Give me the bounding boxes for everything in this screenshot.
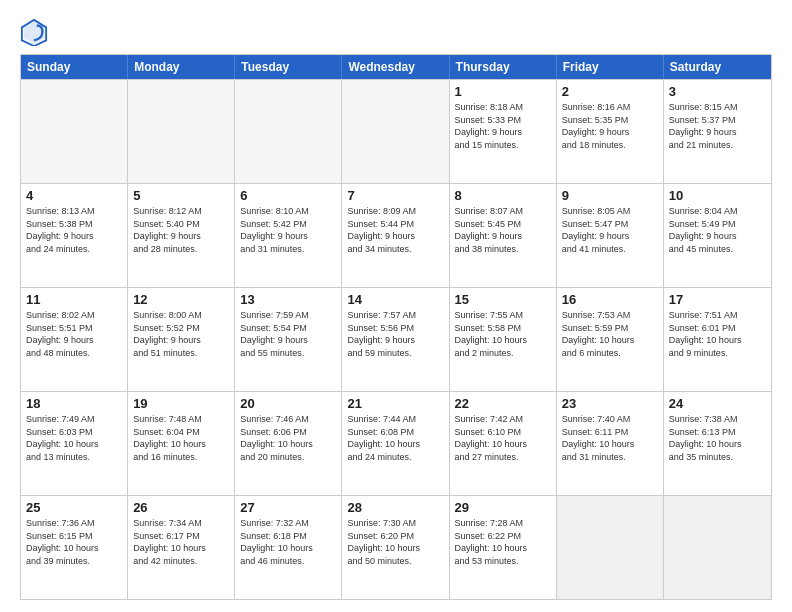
weekday-header: Friday <box>557 55 664 79</box>
logo <box>20 18 52 46</box>
calendar-cell <box>128 80 235 183</box>
day-number: 10 <box>669 188 766 203</box>
weekday-header: Saturday <box>664 55 771 79</box>
calendar-row: 4Sunrise: 8:13 AM Sunset: 5:38 PM Daylig… <box>21 183 771 287</box>
day-info: Sunrise: 7:59 AM Sunset: 5:54 PM Dayligh… <box>240 309 336 359</box>
calendar-cell: 23Sunrise: 7:40 AM Sunset: 6:11 PM Dayli… <box>557 392 664 495</box>
day-info: Sunrise: 7:46 AM Sunset: 6:06 PM Dayligh… <box>240 413 336 463</box>
calendar-cell: 25Sunrise: 7:36 AM Sunset: 6:15 PM Dayli… <box>21 496 128 599</box>
day-number: 7 <box>347 188 443 203</box>
calendar-cell: 18Sunrise: 7:49 AM Sunset: 6:03 PM Dayli… <box>21 392 128 495</box>
calendar-cell: 1Sunrise: 8:18 AM Sunset: 5:33 PM Daylig… <box>450 80 557 183</box>
calendar-cell: 14Sunrise: 7:57 AM Sunset: 5:56 PM Dayli… <box>342 288 449 391</box>
calendar-cell: 9Sunrise: 8:05 AM Sunset: 5:47 PM Daylig… <box>557 184 664 287</box>
calendar-cell: 10Sunrise: 8:04 AM Sunset: 5:49 PM Dayli… <box>664 184 771 287</box>
day-info: Sunrise: 7:49 AM Sunset: 6:03 PM Dayligh… <box>26 413 122 463</box>
day-number: 24 <box>669 396 766 411</box>
day-number: 28 <box>347 500 443 515</box>
day-info: Sunrise: 7:42 AM Sunset: 6:10 PM Dayligh… <box>455 413 551 463</box>
day-info: Sunrise: 7:34 AM Sunset: 6:17 PM Dayligh… <box>133 517 229 567</box>
day-info: Sunrise: 7:32 AM Sunset: 6:18 PM Dayligh… <box>240 517 336 567</box>
calendar-row: 18Sunrise: 7:49 AM Sunset: 6:03 PM Dayli… <box>21 391 771 495</box>
day-info: Sunrise: 7:38 AM Sunset: 6:13 PM Dayligh… <box>669 413 766 463</box>
day-info: Sunrise: 7:48 AM Sunset: 6:04 PM Dayligh… <box>133 413 229 463</box>
day-info: Sunrise: 7:51 AM Sunset: 6:01 PM Dayligh… <box>669 309 766 359</box>
day-info: Sunrise: 8:07 AM Sunset: 5:45 PM Dayligh… <box>455 205 551 255</box>
day-number: 12 <box>133 292 229 307</box>
calendar-cell: 21Sunrise: 7:44 AM Sunset: 6:08 PM Dayli… <box>342 392 449 495</box>
day-number: 17 <box>669 292 766 307</box>
day-number: 4 <box>26 188 122 203</box>
calendar-row: 1Sunrise: 8:18 AM Sunset: 5:33 PM Daylig… <box>21 79 771 183</box>
calendar-header: SundayMondayTuesdayWednesdayThursdayFrid… <box>21 55 771 79</box>
calendar-cell: 16Sunrise: 7:53 AM Sunset: 5:59 PM Dayli… <box>557 288 664 391</box>
day-info: Sunrise: 8:00 AM Sunset: 5:52 PM Dayligh… <box>133 309 229 359</box>
day-number: 8 <box>455 188 551 203</box>
calendar-cell <box>21 80 128 183</box>
weekday-header: Tuesday <box>235 55 342 79</box>
day-number: 27 <box>240 500 336 515</box>
day-number: 13 <box>240 292 336 307</box>
day-info: Sunrise: 8:04 AM Sunset: 5:49 PM Dayligh… <box>669 205 766 255</box>
calendar-row: 11Sunrise: 8:02 AM Sunset: 5:51 PM Dayli… <box>21 287 771 391</box>
day-number: 2 <box>562 84 658 99</box>
calendar-cell: 28Sunrise: 7:30 AM Sunset: 6:20 PM Dayli… <box>342 496 449 599</box>
day-number: 22 <box>455 396 551 411</box>
calendar-cell: 13Sunrise: 7:59 AM Sunset: 5:54 PM Dayli… <box>235 288 342 391</box>
day-number: 19 <box>133 396 229 411</box>
day-info: Sunrise: 8:13 AM Sunset: 5:38 PM Dayligh… <box>26 205 122 255</box>
day-number: 25 <box>26 500 122 515</box>
day-number: 1 <box>455 84 551 99</box>
day-info: Sunrise: 7:53 AM Sunset: 5:59 PM Dayligh… <box>562 309 658 359</box>
day-number: 18 <box>26 396 122 411</box>
day-info: Sunrise: 8:18 AM Sunset: 5:33 PM Dayligh… <box>455 101 551 151</box>
day-number: 14 <box>347 292 443 307</box>
calendar-cell <box>664 496 771 599</box>
calendar-cell: 8Sunrise: 8:07 AM Sunset: 5:45 PM Daylig… <box>450 184 557 287</box>
page: SundayMondayTuesdayWednesdayThursdayFrid… <box>0 0 792 612</box>
calendar-row: 25Sunrise: 7:36 AM Sunset: 6:15 PM Dayli… <box>21 495 771 599</box>
day-number: 26 <box>133 500 229 515</box>
calendar-cell: 27Sunrise: 7:32 AM Sunset: 6:18 PM Dayli… <box>235 496 342 599</box>
day-number: 3 <box>669 84 766 99</box>
day-info: Sunrise: 8:05 AM Sunset: 5:47 PM Dayligh… <box>562 205 658 255</box>
calendar-cell <box>235 80 342 183</box>
day-info: Sunrise: 7:55 AM Sunset: 5:58 PM Dayligh… <box>455 309 551 359</box>
calendar-cell: 24Sunrise: 7:38 AM Sunset: 6:13 PM Dayli… <box>664 392 771 495</box>
day-info: Sunrise: 8:02 AM Sunset: 5:51 PM Dayligh… <box>26 309 122 359</box>
day-number: 6 <box>240 188 336 203</box>
day-info: Sunrise: 8:15 AM Sunset: 5:37 PM Dayligh… <box>669 101 766 151</box>
calendar-cell: 17Sunrise: 7:51 AM Sunset: 6:01 PM Dayli… <box>664 288 771 391</box>
calendar-cell: 11Sunrise: 8:02 AM Sunset: 5:51 PM Dayli… <box>21 288 128 391</box>
calendar-cell: 7Sunrise: 8:09 AM Sunset: 5:44 PM Daylig… <box>342 184 449 287</box>
calendar-cell: 15Sunrise: 7:55 AM Sunset: 5:58 PM Dayli… <box>450 288 557 391</box>
day-info: Sunrise: 7:28 AM Sunset: 6:22 PM Dayligh… <box>455 517 551 567</box>
calendar-body: 1Sunrise: 8:18 AM Sunset: 5:33 PM Daylig… <box>21 79 771 599</box>
calendar-cell: 4Sunrise: 8:13 AM Sunset: 5:38 PM Daylig… <box>21 184 128 287</box>
day-info: Sunrise: 7:30 AM Sunset: 6:20 PM Dayligh… <box>347 517 443 567</box>
calendar-cell: 2Sunrise: 8:16 AM Sunset: 5:35 PM Daylig… <box>557 80 664 183</box>
calendar-cell: 20Sunrise: 7:46 AM Sunset: 6:06 PM Dayli… <box>235 392 342 495</box>
day-info: Sunrise: 7:40 AM Sunset: 6:11 PM Dayligh… <box>562 413 658 463</box>
day-info: Sunrise: 8:09 AM Sunset: 5:44 PM Dayligh… <box>347 205 443 255</box>
weekday-header: Wednesday <box>342 55 449 79</box>
day-info: Sunrise: 8:12 AM Sunset: 5:40 PM Dayligh… <box>133 205 229 255</box>
logo-icon <box>20 18 48 46</box>
day-info: Sunrise: 7:44 AM Sunset: 6:08 PM Dayligh… <box>347 413 443 463</box>
day-number: 16 <box>562 292 658 307</box>
day-info: Sunrise: 8:10 AM Sunset: 5:42 PM Dayligh… <box>240 205 336 255</box>
calendar: SundayMondayTuesdayWednesdayThursdayFrid… <box>20 54 772 600</box>
calendar-cell: 6Sunrise: 8:10 AM Sunset: 5:42 PM Daylig… <box>235 184 342 287</box>
calendar-cell: 12Sunrise: 8:00 AM Sunset: 5:52 PM Dayli… <box>128 288 235 391</box>
weekday-header: Sunday <box>21 55 128 79</box>
day-number: 29 <box>455 500 551 515</box>
calendar-cell: 5Sunrise: 8:12 AM Sunset: 5:40 PM Daylig… <box>128 184 235 287</box>
day-number: 21 <box>347 396 443 411</box>
calendar-cell: 29Sunrise: 7:28 AM Sunset: 6:22 PM Dayli… <box>450 496 557 599</box>
day-number: 5 <box>133 188 229 203</box>
day-number: 20 <box>240 396 336 411</box>
weekday-header: Thursday <box>450 55 557 79</box>
calendar-cell <box>557 496 664 599</box>
calendar-cell: 26Sunrise: 7:34 AM Sunset: 6:17 PM Dayli… <box>128 496 235 599</box>
calendar-cell: 22Sunrise: 7:42 AM Sunset: 6:10 PM Dayli… <box>450 392 557 495</box>
